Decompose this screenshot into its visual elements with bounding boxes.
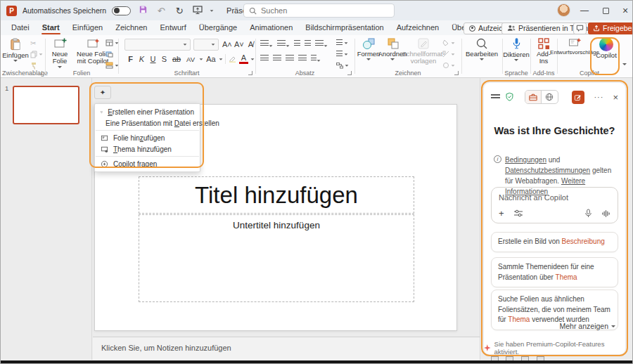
terms-link[interactable]: Bedingungen: [505, 156, 546, 164]
highlight-color-button[interactable]: [228, 55, 237, 64]
clear-formatting-button[interactable]: A̸: [246, 40, 255, 48]
strikethrough-button[interactable]: ab: [171, 55, 182, 63]
tab-entwurf[interactable]: Entwurf: [153, 21, 192, 34]
save-button[interactable]: [136, 5, 149, 16]
menu-item-ask-copilot[interactable]: Copilot fragen: [95, 158, 200, 169]
italic-button[interactable]: K: [137, 55, 146, 63]
subtitle-placeholder[interactable]: Untertitel hinzufügen: [139, 214, 414, 302]
more-options-button[interactable]: ···: [594, 93, 603, 101]
dialog-launcher-icon[interactable]: [347, 71, 352, 75]
copilot-button[interactable]: Copilot: [594, 37, 618, 59]
close-button[interactable]: ×: [615, 1, 633, 20]
shape-fill-button[interactable]: [442, 38, 455, 48]
font-color-button[interactable]: A: [239, 54, 248, 64]
layout-button[interactable]: [106, 38, 119, 48]
microphone-icon[interactable]: [584, 209, 592, 218]
quick-styles-button[interactable]: Schnellformat-vorlagen: [406, 37, 441, 65]
show-more-button[interactable]: Mehr anzeigen: [560, 322, 615, 330]
user-avatar[interactable]: [557, 4, 570, 17]
new-chat-button[interactable]: [572, 91, 585, 104]
copilot-context-trigger-button[interactable]: ✦: [94, 86, 111, 99]
dictate-button[interactable]: Diktieren: [503, 37, 530, 61]
grow-font-button[interactable]: A˄: [222, 40, 231, 48]
tab-datei[interactable]: Datei: [5, 21, 36, 34]
align-text-button[interactable]: [336, 49, 349, 59]
comments-button[interactable]: [573, 22, 587, 34]
font-name-combo[interactable]: [124, 39, 191, 51]
copilot-message-input[interactable]: Nachricht an Copilot +: [491, 187, 618, 223]
bold-button[interactable]: F: [126, 55, 135, 63]
align-left-button[interactable]: [260, 55, 269, 63]
increase-indent-button[interactable]: [305, 40, 311, 48]
ribbon-collapse-chevron-icon[interactable]: [622, 63, 627, 65]
dialog-launcher-icon[interactable]: [454, 71, 459, 75]
section-button[interactable]: [106, 60, 119, 70]
align-right-button[interactable]: [286, 55, 294, 63]
notes-placeholder[interactable]: Klicken Sie, um Notizen hinzuzufügen: [93, 337, 480, 360]
quick-access-chevron-icon[interactable]: [210, 10, 214, 11]
tools-sliders-icon[interactable]: [513, 209, 523, 217]
search-input[interactable]: [261, 6, 373, 15]
new-slide-button[interactable]: Neue Folie: [47, 37, 72, 68]
dialog-launcher-icon[interactable]: [248, 71, 252, 75]
tab-aufzeichnen[interactable]: Aufzeichnen: [390, 21, 446, 34]
underline-button[interactable]: U: [148, 55, 158, 63]
design-ideas-button[interactable]: Entwurfsvorschläge: [558, 37, 592, 56]
menu-item-create-presentation[interactable]: Erstellen einer Präsentation: [95, 106, 200, 117]
autosave-toggle[interactable]: [112, 6, 131, 15]
justify-button[interactable]: [298, 55, 307, 63]
decrease-indent-button[interactable]: [294, 40, 300, 48]
maximize-button[interactable]: [595, 1, 616, 20]
tab-start[interactable]: Start: [36, 21, 66, 34]
text-direction-button[interactable]: [336, 38, 349, 48]
tab-uebergaenge[interactable]: Übergänge: [193, 21, 243, 34]
character-spacing-button[interactable]: AV: [184, 56, 197, 63]
text-shadow-button[interactable]: S: [160, 55, 169, 63]
change-case-button[interactable]: Aa: [205, 55, 217, 63]
tab-bildschirmpraesentation[interactable]: Bildschirmpräsentation: [299, 21, 390, 34]
voice-waveform-icon[interactable]: [601, 209, 610, 218]
font-size-combo[interactable]: [193, 39, 219, 51]
paste-button[interactable]: Einfügen: [4, 37, 27, 62]
format-painter-button[interactable]: [30, 60, 43, 70]
work-mode-button[interactable]: [525, 91, 542, 103]
cut-button[interactable]: ✂: [30, 38, 43, 48]
smartart-convert-button[interactable]: [336, 60, 349, 70]
columns-button[interactable]: [311, 55, 321, 63]
privacy-shield-icon[interactable]: [505, 92, 514, 102]
search-box[interactable]: [243, 4, 395, 18]
suggestion-card-brainstorm[interactable]: Sammle Themenideen für eine Präsentation…: [491, 257, 618, 287]
dialog-launcher-icon[interactable]: [38, 71, 42, 75]
align-center-button[interactable]: [273, 55, 281, 63]
privacy-link[interactable]: Datenschutzbestimmungen: [505, 167, 590, 174]
share-button[interactable]: Freigeben: [588, 22, 633, 34]
copy-button[interactable]: [30, 49, 43, 59]
line-spacing-button[interactable]: [315, 40, 328, 48]
slideshow-button[interactable]: [191, 6, 204, 16]
menu-item-add-slide[interactable]: Folie hinzufügen: [95, 132, 200, 143]
suggestion-card-image[interactable]: Erstelle ein Bild von Beschreibung: [491, 232, 618, 252]
shape-effects-button[interactable]: [442, 60, 455, 70]
web-mode-button[interactable]: [542, 91, 558, 103]
add-content-button[interactable]: +: [499, 210, 504, 217]
reset-button[interactable]: [106, 49, 119, 59]
close-panel-button[interactable]: ×: [613, 92, 618, 103]
editing-button[interactable]: Bearbeiten: [465, 37, 499, 60]
tab-animationen[interactable]: Animationen: [243, 21, 299, 34]
menu-item-add-theme[interactable]: Thema hinzufügen: [95, 143, 200, 155]
menu-icon[interactable]: [491, 94, 500, 100]
minimize-button[interactable]: —: [574, 1, 595, 20]
arrange-button[interactable]: Anordnen: [381, 37, 404, 60]
slide-thumbnail[interactable]: [13, 86, 79, 124]
numbering-button[interactable]: [277, 40, 290, 48]
title-placeholder[interactable]: Titel hinzufügen: [139, 176, 414, 214]
bullets-button[interactable]: [260, 40, 273, 48]
tab-zeichnen[interactable]: Zeichnen: [109, 21, 153, 34]
shapes-button[interactable]: Formen: [358, 37, 379, 60]
redo-button[interactable]: ↻: [173, 6, 186, 16]
tab-einfuegen[interactable]: Einfügen: [66, 21, 109, 34]
shrink-font-button[interactable]: A˅: [234, 40, 243, 48]
undo-button[interactable]: ↶: [155, 6, 167, 16]
shape-outline-button[interactable]: [442, 49, 455, 59]
menu-item-create-from-file[interactable]: Eine Präsentation mit Datei erstellen: [95, 117, 200, 129]
